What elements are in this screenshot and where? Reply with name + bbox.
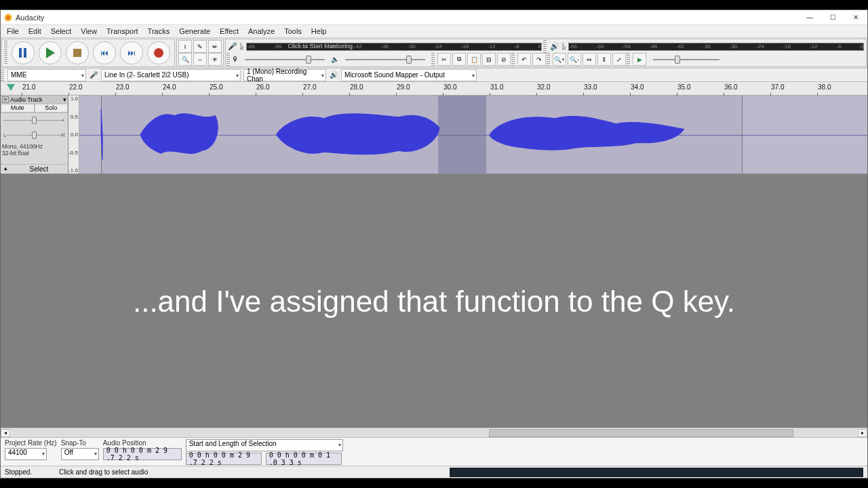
play-speed-slider[interactable]	[649, 54, 724, 65]
skip-start-button[interactable]: ⏮	[93, 41, 116, 64]
paste-button[interactable]: 📋	[467, 53, 481, 66]
menu-edit[interactable]: Edit	[24, 25, 46, 38]
record-button[interactable]	[147, 41, 170, 64]
status-hint: Click and drag to select audio	[59, 468, 148, 476]
zoom-in-button[interactable]: 🔍+	[553, 53, 566, 66]
ruler-tick: 38.0	[818, 83, 831, 91]
menu-select[interactable]: Select	[46, 25, 77, 38]
zoom-tool[interactable]: 🔍	[178, 53, 192, 66]
track-select-button[interactable]: Select	[10, 165, 68, 174]
ruler-tick: 29.0	[397, 83, 410, 91]
audio-position-label: Audio Position	[103, 439, 182, 447]
envelope-tool[interactable]: ✎	[193, 40, 207, 53]
output-device-combo[interactable]: Microsoft Sound Mapper - Output▾	[341, 69, 477, 81]
status-bar: Stopped. Click and drag to select audio	[1, 466, 867, 478]
draw-tool[interactable]: ✏	[208, 40, 222, 53]
playback-meter[interactable]: -66-60-54-48-42-36-30-24-18-12-60	[568, 43, 864, 51]
ruler-tick: 37.0	[771, 83, 784, 91]
menu-view[interactable]: View	[76, 25, 102, 38]
subtitle-overlay: ...and I've assigned that function to th…	[133, 283, 735, 320]
track-format-2: 32-bit float	[1, 150, 68, 157]
solo-button[interactable]: Solo	[35, 104, 68, 113]
menu-transport[interactable]: Transport	[102, 25, 143, 38]
menu-generate[interactable]: Generate	[174, 25, 215, 38]
track-control-panel: × Audio Track ▾ Mute Solo −+ LR Mono, 44…	[1, 96, 68, 174]
selection-tool[interactable]: I	[178, 40, 192, 53]
audio-host-combo[interactable]: MME▾	[7, 69, 86, 81]
fit-selection-button[interactable]: ⇔	[583, 53, 596, 66]
skip-end-button[interactable]: ⏭	[120, 41, 143, 64]
ruler-tick: 22.0	[69, 83, 82, 91]
output-device-icon: 🔊	[328, 71, 340, 79]
menu-bar: File Edit Select View Transport Tracks G…	[1, 25, 867, 38]
menu-help[interactable]: Help	[307, 25, 332, 38]
audio-position-field[interactable]: 0 0 h 0 0 m 2 9 .7 2 2 s	[103, 448, 182, 460]
track-close-button[interactable]: ×	[2, 96, 9, 103]
multi-tool[interactable]: ✳	[208, 53, 222, 66]
scroll-right-button[interactable]: ▸	[858, 429, 867, 437]
play-vol-icon: 🔈	[331, 56, 339, 63]
ruler-tick: 27.0	[303, 83, 316, 91]
selection-toolbar: Project Rate (Hz) 44100▾ Snap-To Off▾ Au…	[1, 437, 867, 466]
input-device-icon: 🎤	[87, 71, 100, 79]
zoom-out-button[interactable]: 🔍-	[568, 53, 581, 66]
playback-volume-slider[interactable]	[341, 54, 429, 65]
minimize-button[interactable]: —	[798, 10, 821, 25]
close-button[interactable]: ✕	[844, 10, 867, 25]
fit-project-button[interactable]: ⇕	[597, 53, 611, 66]
horizontal-scrollbar[interactable]: ◂ ▸	[1, 428, 867, 437]
svg-point-2	[7, 16, 9, 19]
selection-mode-combo[interactable]: Start and Length of Selection▾	[186, 439, 343, 451]
selection-start-field[interactable]: 0 0 h 0 0 m 2 9 .7 2 2 s	[186, 453, 262, 465]
mute-button[interactable]: Mute	[1, 104, 35, 113]
menu-analyze[interactable]: Analyze	[243, 25, 279, 38]
project-rate-combo[interactable]: 44100▾	[5, 448, 47, 460]
maximize-button[interactable]: ☐	[821, 10, 844, 25]
snap-to-combo[interactable]: Off▾	[61, 448, 99, 460]
title-bar: Audacity — ☐ ✕	[1, 10, 867, 25]
gain-slider[interactable]: −+	[3, 115, 65, 127]
toolbar-upper: ⏮ ⏭ I ✎ ✏ 🔍 ↔ ✳ 🎤 LR Click to Start Moni…	[1, 38, 867, 68]
selection-length-field[interactable]: 0 0 h 0 0 m 0 1 .0 3 3 s	[266, 453, 342, 465]
timeline-ruler[interactable]: 21.022.023.024.025.026.027.028.029.030.0…	[1, 82, 867, 96]
trim-button[interactable]: ⊟	[482, 53, 496, 66]
waveform-display[interactable]	[79, 96, 867, 174]
menu-tools[interactable]: Tools	[279, 25, 307, 38]
project-rate-label: Project Rate (Hz)	[5, 439, 57, 447]
undo-button[interactable]: ↶	[517, 53, 531, 66]
redo-button[interactable]: ↷	[532, 53, 546, 66]
copy-button[interactable]: ⧉	[452, 53, 466, 66]
track-area: × Audio Track ▾ Mute Solo −+ LR Mono, 44…	[1, 96, 867, 174]
scroll-left-button[interactable]: ◂	[1, 429, 10, 437]
menu-effect[interactable]: Effect	[215, 25, 243, 38]
menu-file[interactable]: File	[2, 25, 24, 38]
tools-toolbar: I ✎ ✏ 🔍 ↔ ✳	[176, 39, 224, 67]
ruler-tick: 23.0	[116, 83, 129, 91]
play-meter-lr: LR	[561, 43, 567, 51]
recording-meter[interactable]: Click to Start Monitoring -66-60-54-48-4…	[246, 43, 542, 51]
ruler-tick: 24.0	[163, 83, 176, 91]
ruler-tick: 35.0	[677, 83, 690, 91]
ruler-tick: 36.0	[724, 83, 737, 91]
zoom-toggle-button[interactable]: ⤢	[612, 53, 626, 66]
ruler-tick: 28.0	[350, 83, 363, 91]
recording-volume-slider[interactable]	[241, 54, 329, 65]
track-name-label: Audio Track	[10, 96, 62, 103]
vertical-scale: 1.0 0.5 0.0 -0.5 -1.0	[68, 96, 79, 174]
track-collapse-button[interactable]: ▴	[1, 165, 10, 174]
play-button[interactable]	[39, 41, 62, 64]
silence-button[interactable]: ⊘	[497, 53, 511, 66]
track-menu-arrow[interactable]: ▾	[63, 96, 66, 103]
cut-button[interactable]: ✂	[437, 53, 451, 66]
pause-button[interactable]	[12, 41, 35, 64]
stop-button[interactable]	[66, 41, 89, 64]
input-device-combo[interactable]: Line In (2- Scarlett 2i2 USB)▾	[101, 69, 241, 81]
record-channels-combo[interactable]: 1 (Mono) Recording Chan▾	[243, 69, 326, 81]
ruler-tick: 33.0	[584, 83, 597, 91]
pan-slider[interactable]: LR	[3, 129, 65, 142]
play-at-speed-button[interactable]: ▶	[633, 53, 646, 66]
ruler-tick: 31.0	[490, 83, 503, 91]
ruler-tick: 21.0	[22, 83, 35, 91]
menu-tracks[interactable]: Tracks	[143, 25, 175, 38]
timeshift-tool[interactable]: ↔	[193, 53, 207, 66]
